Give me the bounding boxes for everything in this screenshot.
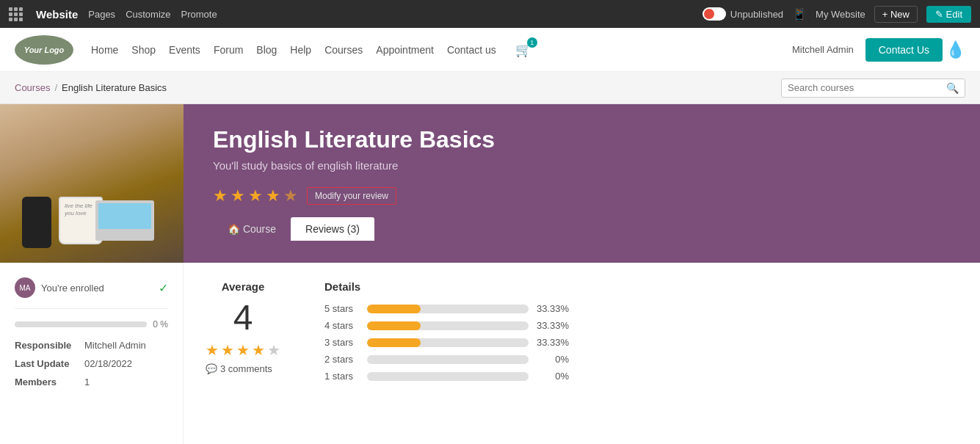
- cart-icon[interactable]: 🛒 1: [515, 42, 531, 58]
- toggle-switch[interactable]: [703, 7, 726, 21]
- bar-bg-5: [367, 305, 529, 313]
- hero-subtitle: You'll study basics of english literatur…: [213, 159, 951, 172]
- search-input[interactable]: [788, 82, 942, 93]
- star-4: ★: [266, 186, 280, 205]
- hero-title: English Literature Basics: [213, 126, 951, 153]
- bar-bg-3: [367, 338, 529, 347]
- hero-stars: ★ ★ ★ ★ ★ Modify your review: [213, 186, 951, 205]
- search-wrap[interactable]: 🔍: [781, 79, 965, 98]
- enrolled-row: MA You're enrolled ✓: [15, 277, 168, 309]
- star-5: ★: [283, 186, 298, 205]
- avg-stars: ★ ★ ★ ★ ★: [206, 341, 280, 359]
- check-icon: ✓: [159, 281, 168, 295]
- website-nav: Your Logo Home Shop Events Forum Blog He…: [0, 28, 980, 72]
- contact-button[interactable]: Contact Us: [865, 38, 943, 62]
- star-label-2: 2 stars: [324, 354, 360, 365]
- cart-badge: 1: [527, 37, 537, 48]
- lastupdate-value: 02/18/2022: [84, 358, 132, 369]
- bar-fill-5: [367, 305, 421, 313]
- unpublished-label: Unpublished: [730, 9, 783, 20]
- bar-pct-2: 0%: [536, 354, 569, 365]
- bar-fill-4: [367, 321, 421, 330]
- logo: Your Logo: [15, 35, 73, 65]
- breadcrumb: Courses / English Literature Basics: [15, 82, 781, 93]
- comment-icon: 💬: [206, 363, 217, 374]
- info-row-lastupdate: Last Update 02/18/2022: [15, 358, 168, 369]
- bar-pct-3: 33.33%: [536, 337, 569, 348]
- nav-forum[interactable]: Forum: [214, 44, 243, 56]
- info-row-members: Members 1: [15, 376, 168, 387]
- logo-wrap[interactable]: Your Logo: [15, 35, 73, 65]
- admin-nav-promote[interactable]: Promote: [181, 9, 217, 20]
- average-number: 4: [206, 300, 280, 335]
- details-section: Details 5 stars 33.33% 4 stars 33.33%: [324, 280, 958, 387]
- nav-events[interactable]: Events: [169, 44, 200, 56]
- nav-contact-us[interactable]: Contact us: [447, 44, 496, 56]
- breadcrumb-courses[interactable]: Courses: [15, 82, 50, 93]
- edit-button[interactable]: ✎ Edit: [926, 6, 971, 23]
- bar-bg-4: [367, 321, 529, 330]
- progress-pct: 0 %: [153, 319, 168, 330]
- progress-bar-bg: [15, 321, 147, 327]
- nav-help[interactable]: Help: [290, 44, 311, 56]
- hero-image-inner: live the life you love: [0, 104, 184, 263]
- breadcrumb-current: English Literature Basics: [62, 82, 167, 93]
- info-table: Responsible Mitchell Admin Last Update 0…: [15, 340, 168, 387]
- grid-icon[interactable]: [9, 7, 23, 21]
- nav-home[interactable]: Home: [91, 44, 118, 56]
- desk-phone: [22, 197, 51, 248]
- admin-nav-pages[interactable]: Pages: [88, 9, 115, 20]
- tab-reviews[interactable]: Reviews (3): [291, 217, 374, 241]
- bar-pct-4: 33.33%: [536, 320, 569, 331]
- star-row-4: 4 stars 33.33%: [324, 320, 958, 331]
- admin-brand: Website: [36, 8, 78, 21]
- responsible-label: Responsible: [15, 340, 84, 351]
- modify-review-button[interactable]: Modify your review: [307, 187, 396, 205]
- mobile-icon[interactable]: 📱: [792, 7, 807, 21]
- new-button[interactable]: + New: [874, 6, 918, 23]
- average-label: Average: [206, 280, 280, 293]
- review-columns: Average 4 ★ ★ ★ ★ ★ 💬 3 comments Details…: [206, 280, 958, 387]
- admin-nav-customize[interactable]: Customize: [126, 9, 170, 20]
- search-icon[interactable]: 🔍: [946, 82, 959, 94]
- star-row-1: 1 stars 0%: [324, 371, 958, 382]
- nav-shop[interactable]: Shop: [131, 44, 156, 56]
- my-website-btn[interactable]: My Website: [816, 9, 865, 20]
- bar-pct-5: 33.33%: [536, 303, 569, 314]
- enrolled-text: You're enrolled: [41, 283, 153, 294]
- breadcrumb-bar: Courses / English Literature Basics 🔍: [0, 72, 980, 104]
- lastupdate-label: Last Update: [15, 358, 84, 369]
- comments-count: 3 comments: [220, 363, 272, 374]
- avg-star-2: ★: [221, 341, 234, 359]
- members-value: 1: [84, 376, 90, 387]
- toggle-dot: [704, 9, 714, 19]
- hero-content: English Literature Basics You'll study b…: [184, 104, 980, 263]
- star-label-5: 5 stars: [324, 303, 360, 314]
- star-row-5: 5 stars 33.33%: [324, 303, 958, 314]
- star-1: ★: [213, 186, 228, 205]
- nav-blog[interactable]: Blog: [256, 44, 277, 56]
- desk-laptop: [95, 200, 154, 241]
- bar-fill-3: [367, 338, 421, 347]
- unpublished-toggle[interactable]: Unpublished: [703, 7, 783, 21]
- bar-bg-1: [367, 372, 529, 381]
- nav-courses[interactable]: Courses: [324, 44, 363, 56]
- avg-star-4: ★: [252, 341, 265, 359]
- progress-row: 0 %: [15, 319, 168, 330]
- avg-star-3: ★: [236, 341, 250, 359]
- user-menu[interactable]: Mitchell Admin: [792, 44, 854, 55]
- star-row-3: 3 stars 33.33%: [324, 337, 958, 348]
- star-3: ★: [248, 186, 263, 205]
- bar-bg-2: [367, 355, 529, 364]
- tab-course[interactable]: 🏠 Course: [213, 217, 291, 241]
- admin-bar: Website Pages Customize Promote Unpublis…: [0, 0, 980, 28]
- nav-appointment[interactable]: Appointment: [376, 44, 434, 56]
- star-label-3: 3 stars: [324, 337, 360, 348]
- hero-image: live the life you love: [0, 104, 184, 263]
- responsible-value: Mitchell Admin: [84, 340, 146, 351]
- star-2: ★: [231, 186, 245, 205]
- avg-star-5: ★: [267, 341, 280, 359]
- review-area: Average 4 ★ ★ ★ ★ ★ 💬 3 comments Details…: [184, 263, 980, 444]
- hero-tabs: 🏠 Course Reviews (3): [213, 217, 951, 241]
- star-row-2: 2 stars 0%: [324, 354, 958, 365]
